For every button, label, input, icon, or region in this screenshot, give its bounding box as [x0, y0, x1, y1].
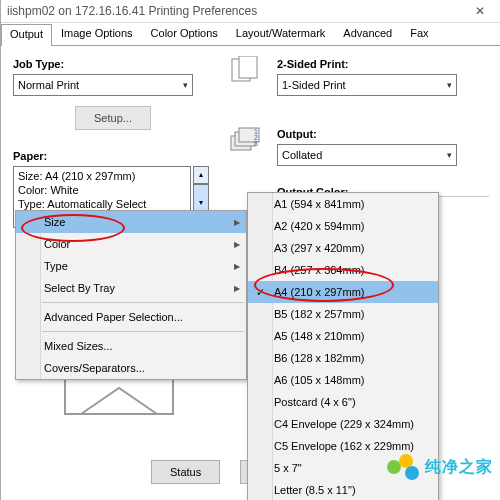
size-letter[interactable]: Letter (8.5 x 11")	[248, 479, 438, 500]
two-sided-select[interactable]: 1-Sided Print ▾	[277, 74, 457, 96]
tab-color-options[interactable]: Color Options	[142, 23, 227, 45]
paper-label: Paper:	[13, 150, 213, 162]
printing-preferences-window: iishpm02 on 172.16.16.41 Printing Prefer…	[0, 0, 500, 500]
paper-line-size: Size: A4 (210 x 297mm)	[18, 169, 186, 183]
two-sided-label: 2-Sided Print:	[277, 58, 489, 70]
menu-select-by-tray[interactable]: Select By Tray	[16, 277, 246, 299]
two-sided-value: 1-Sided Print	[282, 79, 346, 91]
size-b6[interactable]: B6 (128 x 182mm)	[248, 347, 438, 369]
tabstrip: Output Image Options Color Options Layou…	[1, 23, 500, 46]
output-label: Output:	[277, 128, 489, 140]
svg-rect-1	[239, 56, 257, 78]
tab-advanced[interactable]: Advanced	[334, 23, 401, 45]
output-select[interactable]: Collated ▾	[277, 144, 457, 166]
status-button[interactable]: Status	[151, 460, 220, 484]
menu-size[interactable]: Size	[16, 211, 246, 233]
size-a6[interactable]: A6 (105 x 148mm)	[248, 369, 438, 391]
size-5x7[interactable]: 5 x 7"	[248, 457, 438, 479]
paper-preview-icon	[63, 374, 183, 424]
menu-covers-separators[interactable]: Covers/Separators...	[16, 357, 246, 379]
job-type-value: Normal Print	[18, 79, 79, 91]
size-a4[interactable]: A4 (210 x 297mm)	[248, 281, 438, 303]
tab-image-options[interactable]: Image Options	[52, 23, 142, 45]
duplex-icon	[229, 56, 263, 88]
size-submenu: A1 (594 x 841mm) A2 (420 x 594mm) A3 (29…	[247, 192, 439, 500]
menu-advanced-paper[interactable]: Advanced Paper Selection...	[16, 306, 246, 328]
chevron-down-icon: ▾	[447, 150, 452, 160]
titlebar: iishpm02 on 172.16.16.41 Printing Prefer…	[1, 0, 500, 23]
paper-context-menu: Size Color Type Select By Tray Advanced …	[15, 210, 247, 380]
setup-button[interactable]: Setup...	[75, 106, 151, 130]
size-postcard[interactable]: Postcard (4 x 6")	[248, 391, 438, 413]
menu-color[interactable]: Color	[16, 233, 246, 255]
window-title: iishpm02 on 172.16.16.41 Printing Prefer…	[7, 0, 257, 22]
size-c4-env[interactable]: C4 Envelope (229 x 324mm)	[248, 413, 438, 435]
paper-line-color: Color: White	[18, 183, 186, 197]
job-type-select[interactable]: Normal Print ▾	[13, 74, 193, 96]
size-b5[interactable]: B5 (182 x 257mm)	[248, 303, 438, 325]
chevron-down-icon: ▾	[447, 80, 452, 90]
size-a5[interactable]: A5 (148 x 210mm)	[248, 325, 438, 347]
close-button[interactable]: ✕	[465, 1, 495, 21]
menu-mixed-sizes[interactable]: Mixed Sizes...	[16, 335, 246, 357]
size-a2[interactable]: A2 (420 x 594mm)	[248, 215, 438, 237]
size-c5-env[interactable]: C5 Envelope (162 x 229mm)	[248, 435, 438, 457]
paper-line-type: Type: Automatically Select	[18, 197, 186, 211]
collate-icon: 1 2 3	[229, 126, 263, 158]
menu-type[interactable]: Type	[16, 255, 246, 277]
chevron-down-icon: ▾	[183, 80, 188, 90]
size-a3[interactable]: A3 (297 x 420mm)	[248, 237, 438, 259]
svg-text:3: 3	[254, 140, 258, 147]
size-b4[interactable]: B4 (257 x 364mm)	[248, 259, 438, 281]
size-a1[interactable]: A1 (594 x 841mm)	[248, 193, 438, 215]
paper-spin-up[interactable]: ▴	[193, 166, 209, 184]
tab-layout-watermark[interactable]: Layout/Watermark	[227, 23, 334, 45]
tab-fax[interactable]: Fax	[401, 23, 437, 45]
tab-output[interactable]: Output	[1, 24, 52, 46]
output-value: Collated	[282, 149, 322, 161]
job-type-label: Job Type:	[13, 58, 213, 70]
